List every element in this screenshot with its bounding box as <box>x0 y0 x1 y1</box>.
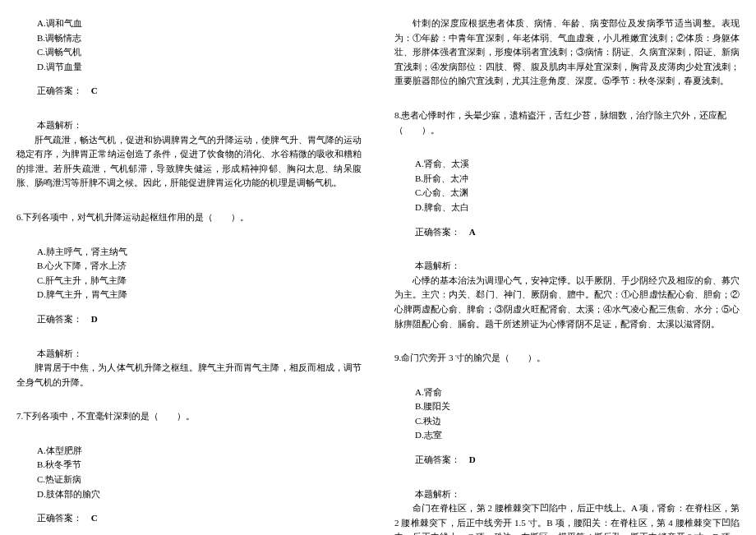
q5-options: A.调和气血 B.调畅情志 C.调畅气机 D.调节血量 <box>37 16 362 74</box>
q5-analysis-text: 肝气疏泄，畅达气机，促进和协调脾胃之气的升降运动，使脾气升、胃气降的运动稳定有序… <box>16 133 362 191</box>
q9-stem: 9.命门穴旁开 3 寸的腧穴是（ ）。 <box>394 351 740 366</box>
q9-analysis-text: 命门在脊柱区，第 2 腰椎棘突下凹陷中，后正中线上。A 项，肾俞：在脊柱区，第 … <box>394 501 740 535</box>
q9-answer: 正确答案： D <box>415 453 740 468</box>
q6-analysis-label: 本题解析： <box>37 347 362 362</box>
q6-option-b: B.心火下降，肾水上济 <box>37 259 362 274</box>
q7-analysis-text: 针刺的深度应根据患者体质、病情、年龄、病变部位及发病季节适当调整。表现为：①年龄… <box>394 16 740 89</box>
answer-label-text: 正确答案： <box>37 314 82 324</box>
q7-option-b: B.秋冬季节 <box>37 458 362 473</box>
q6-option-a: A.肺主呼气，肾主纳气 <box>37 245 362 260</box>
q9-option-a: A.肾俞 <box>415 385 740 400</box>
q9-answer-value: D <box>469 454 476 464</box>
q8-answer: 正确答案： A <box>415 225 740 240</box>
q8-option-c: C.心俞、太渊 <box>415 186 740 201</box>
q6-stem: 6.下列各项中，对气机升降运动起枢纽作用的是（ ）。 <box>16 210 362 225</box>
answer-label-text: 正确答案： <box>415 454 460 464</box>
q6-option-c: C.肝气主升，肺气主降 <box>37 274 362 288</box>
q7-options: A.体型肥胖 B.秋冬季节 C.热证新病 D.肢体部的腧穴 <box>37 444 362 501</box>
q8-options: A.肾俞、太溪 B.肝俞、太冲 C.心俞、太渊 D.脾俞、太白 <box>415 157 740 214</box>
q6-option-d: D.脾气主升，胃气主降 <box>37 288 362 302</box>
answer-label-text: 正确答案： <box>37 85 82 95</box>
q7-stem: 7.下列各项中，不宜毫针深刺的是（ ）。 <box>16 409 362 424</box>
q8-option-b: B.肝俞、太冲 <box>415 172 740 187</box>
q6-options: A.肺主呼气，肾主纳气 B.心火下降，肾水上济 C.肝气主升，肺气主降 D.脾气… <box>37 245 362 302</box>
q8-answer-value: A <box>469 227 476 237</box>
q8-analysis-text: 心悸的基本治法为调理心气，安神定悸。以手厥阴、手少阴经穴及相应的俞、募穴为主。主… <box>394 274 740 331</box>
q5-analysis-label: 本题解析： <box>37 118 362 133</box>
q6-analysis-text: 脾胃居于中焦，为人体气机升降之枢纽。脾气主升而胃气主降，相反而相成，调节全身气机… <box>16 361 362 390</box>
q5-option-d: D.调节血量 <box>37 60 362 75</box>
q5-option-b: B.调畅情志 <box>37 31 362 46</box>
q9-option-c: C.秩边 <box>415 414 740 429</box>
q9-option-b: B.腰阳关 <box>415 399 740 414</box>
left-column: A.调和气血 B.调畅情志 C.调畅气机 D.调节血量 正确答案： C 本题解析… <box>16 16 362 535</box>
q7-option-a: A.体型肥胖 <box>37 444 362 459</box>
q9-analysis-label: 本题解析： <box>415 487 740 502</box>
q5-option-c: C.调畅气机 <box>37 45 362 60</box>
answer-label-text: 正确答案： <box>415 227 460 237</box>
q8-option-d: D.脾俞、太白 <box>415 201 740 215</box>
q6-answer: 正确答案： D <box>37 312 362 327</box>
right-column: 针刺的深度应根据患者体质、病情、年龄、病变部位及发病季节适当调整。表现为：①年龄… <box>394 16 740 535</box>
q5-answer: 正确答案： C <box>37 84 362 99</box>
q7-option-c: C.热证新病 <box>37 473 362 487</box>
q9-option-d: D.志室 <box>415 428 740 443</box>
q8-stem: 8.患者心悸时作，头晕少寐，遗精盗汗，舌红少苔，脉细数，治疗除主穴外，还应配（ … <box>394 108 740 137</box>
q9-options: A.肾俞 B.腰阳关 C.秩边 D.志室 <box>415 385 740 443</box>
q5-answer-value: C <box>91 85 98 95</box>
q6-answer-value: D <box>91 314 98 324</box>
answer-label-text: 正确答案： <box>37 513 82 523</box>
q7-answer: 正确答案： C <box>37 511 362 526</box>
q5-option-a: A.调和气血 <box>37 16 362 31</box>
q8-option-a: A.肾俞、太溪 <box>415 157 740 172</box>
q8-analysis-label: 本题解析： <box>415 259 740 274</box>
q7-option-d: D.肢体部的腧穴 <box>37 487 362 502</box>
q7-answer-value: C <box>91 513 98 523</box>
